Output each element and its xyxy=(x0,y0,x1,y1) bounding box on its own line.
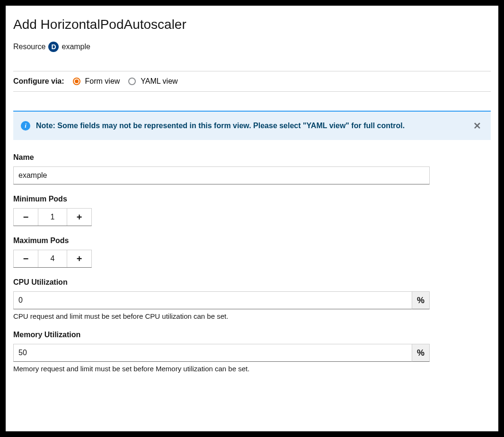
resource-line: Resource D example xyxy=(13,42,491,52)
cpu-util-group: CPU Utilization % CPU request and limit … xyxy=(13,278,491,320)
radio-selected-icon xyxy=(73,78,80,85)
min-pods-input[interactable] xyxy=(38,209,67,226)
min-pods-label: Minimum Pods xyxy=(13,195,491,203)
name-field-group: Name xyxy=(13,153,491,184)
max-pods-group: Maximum Pods − + xyxy=(13,236,491,268)
radio-yaml-view[interactable]: YAML view xyxy=(128,77,177,86)
configure-via-label: Configure via: xyxy=(13,77,64,86)
configure-via-row: Configure via: Form view YAML view xyxy=(13,71,491,92)
resource-name: example xyxy=(62,43,90,51)
max-pods-spinner: − + xyxy=(13,250,92,268)
cpu-util-input[interactable] xyxy=(13,291,412,309)
name-input[interactable] xyxy=(13,166,430,184)
radio-form-view[interactable]: Form view xyxy=(73,77,120,86)
mem-util-input-wrap: % xyxy=(13,344,430,362)
radio-unselected-icon xyxy=(128,78,136,85)
deployment-badge-icon: D xyxy=(48,42,59,52)
max-pods-decrement-button[interactable]: − xyxy=(14,250,38,267)
info-icon: i xyxy=(21,121,30,131)
min-pods-spinner: − + xyxy=(13,208,92,226)
resource-label: Resource xyxy=(13,43,45,51)
max-pods-input[interactable] xyxy=(38,250,67,267)
radio-yaml-view-label: YAML view xyxy=(141,77,177,86)
min-pods-group: Minimum Pods − + xyxy=(13,195,491,226)
max-pods-label: Maximum Pods xyxy=(13,236,491,245)
mem-util-group: Memory Utilization % Memory request and … xyxy=(13,331,491,373)
mem-util-input[interactable] xyxy=(13,344,412,362)
mem-util-help: Memory request and limit must be set bef… xyxy=(13,365,491,373)
max-pods-increment-button[interactable]: + xyxy=(67,250,91,267)
name-label: Name xyxy=(13,153,491,162)
percent-suffix: % xyxy=(412,344,430,362)
minus-icon: − xyxy=(23,253,29,264)
cpu-util-label: CPU Utilization xyxy=(13,278,491,287)
minus-icon: − xyxy=(23,212,29,223)
min-pods-increment-button[interactable]: + xyxy=(67,209,91,226)
percent-suffix: % xyxy=(412,291,430,309)
plus-icon: + xyxy=(77,253,82,264)
info-alert-text: Note: Some fields may not be represented… xyxy=(36,122,471,130)
cpu-util-input-wrap: % xyxy=(13,291,430,309)
radio-form-view-label: Form view xyxy=(85,77,120,86)
mem-util-label: Memory Utilization xyxy=(13,331,491,339)
page-title: Add HorizontalPodAutoscaler xyxy=(13,17,491,32)
plus-icon: + xyxy=(77,212,82,223)
close-icon[interactable]: ✕ xyxy=(471,120,483,131)
cpu-util-help: CPU request and limit must be set before… xyxy=(13,312,491,320)
min-pods-decrement-button[interactable]: − xyxy=(14,209,38,226)
info-alert: i Note: Some fields may not be represent… xyxy=(13,111,491,140)
